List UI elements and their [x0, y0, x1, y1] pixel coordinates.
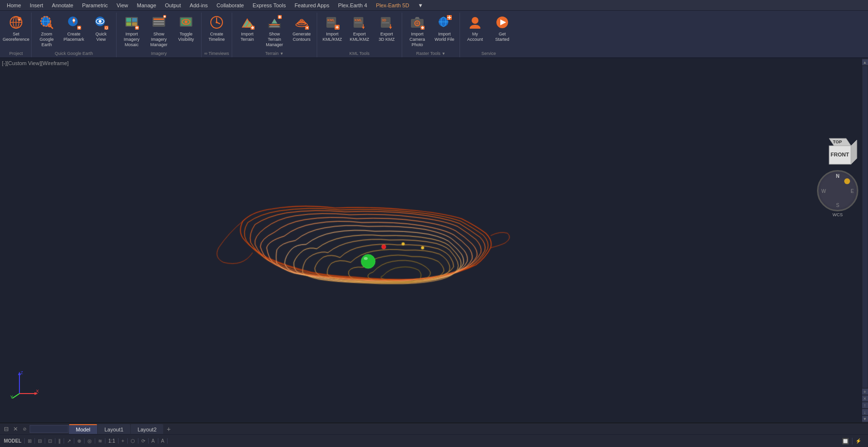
- right-scrollbar[interactable]: ▲ + × ↑ ↓ ▼: [861, 58, 868, 423]
- snap-settings-btn[interactable]: ⊟: [38, 438, 45, 444]
- viewport: [-][Custom View][Wireframe]: [0, 58, 868, 423]
- menu-featured-apps[interactable]: Featured Apps: [290, 1, 333, 9]
- polar-btn[interactable]: ↗: [67, 438, 74, 444]
- ribbon-group-quick-google-earth: Zoom Google Earth Create Placemark: [32, 13, 117, 57]
- tab-layout2[interactable]: Layout2: [131, 424, 163, 434]
- tab-model[interactable]: Model: [69, 424, 97, 434]
- group-service-label: Service: [462, 50, 515, 57]
- set-georeference-button[interactable]: + Set Georeference: [3, 13, 29, 46]
- create-placemark-button[interactable]: Create Placemark: [61, 13, 87, 46]
- text2-btn[interactable]: A: [161, 438, 168, 444]
- show-imagery-manager-button[interactable]: Show Imagery Manager: [146, 13, 172, 48]
- get-started-button[interactable]: Get Started: [489, 13, 515, 46]
- svg-marker-103: [851, 140, 857, 164]
- viewport-controls[interactable]: 🔲: [842, 438, 852, 445]
- menu-output[interactable]: Output: [161, 1, 185, 9]
- scroll-step4[interactable]: ↓: [862, 409, 868, 415]
- menu-annotate[interactable]: Annotate: [48, 1, 77, 9]
- menu-manage[interactable]: Manage: [133, 1, 160, 9]
- compass-ring[interactable]: N S E W: [817, 170, 858, 211]
- viewport-label: [-][Custom View][Wireframe]: [2, 60, 68, 66]
- import-camera-photo-button[interactable]: Import Camera Photo: [404, 13, 430, 48]
- toggle-visibility-button[interactable]: Toggle Visibility: [173, 13, 199, 46]
- svg-rect-25: [126, 22, 131, 26]
- menu-collaborate[interactable]: Collaborate: [213, 1, 248, 9]
- otrack-btn[interactable]: ◎: [87, 438, 95, 444]
- menu-more[interactable]: ▼: [414, 1, 427, 9]
- scroll-step1[interactable]: +: [862, 389, 868, 395]
- menu-insert[interactable]: Insert: [26, 1, 47, 9]
- ribbon-group-terrain: Import Terrain Show: [232, 13, 317, 57]
- show-terrain-manager-button[interactable]: Show Terrain Manager: [261, 13, 288, 48]
- camera-photo-icon: [409, 15, 425, 30]
- svg-text:KML: KML: [355, 18, 362, 22]
- import-imagery-mosaic-button[interactable]: Import Imagery Mosaic: [119, 13, 145, 48]
- scroll-down[interactable]: ▼: [862, 416, 868, 422]
- import-terrain-button[interactable]: Import Terrain: [234, 13, 260, 46]
- snap-toggle-btn[interactable]: ⊡: [48, 438, 55, 444]
- export-kml-kmz-button[interactable]: KML Export KML/KMZ: [346, 13, 373, 46]
- refresh-btn[interactable]: ⟳: [141, 438, 149, 444]
- scroll-step3[interactable]: ↑: [862, 402, 868, 408]
- zoom-google-earth-label: Zoom Google Earth: [34, 32, 59, 47]
- lineweight-btn[interactable]: ≋: [98, 438, 105, 444]
- tab-layout1-label: Layout1: [104, 427, 123, 432]
- group-project-label: Project: [3, 50, 29, 57]
- hardware-accel[interactable]: ⚡: [855, 438, 864, 444]
- svg-text:+: +: [18, 18, 20, 21]
- zoom-extent-btn[interactable]: +: [121, 438, 128, 444]
- import-world-file-button[interactable]: Import World File: [431, 13, 458, 46]
- svg-point-44: [216, 21, 218, 23]
- axis-indicator: Z X Y: [10, 369, 39, 398]
- export-3d-kmz-button[interactable]: 3D Export 3D KMZ: [374, 13, 400, 46]
- import-kml-kmz-button[interactable]: KML Import KML/KMZ: [319, 13, 345, 46]
- menu-parametric[interactable]: Parametric: [78, 1, 112, 9]
- menu-addins[interactable]: Add-ins: [186, 1, 212, 9]
- georeference-icon: +: [8, 15, 24, 30]
- terrain-manager-label: Show Terrain Manager: [262, 32, 287, 47]
- add-tab-button[interactable]: +: [164, 424, 173, 434]
- menu-plexearth4[interactable]: Plex.Earth 4: [334, 1, 371, 9]
- my-account-button[interactable]: My Account: [462, 13, 488, 46]
- svg-text:KML: KML: [327, 18, 335, 22]
- zoom-google-earth-button[interactable]: Zoom Google Earth: [34, 13, 60, 48]
- generate-contours-button[interactable]: ✦ Generate Contours: [289, 13, 315, 46]
- command-input[interactable]: [30, 425, 68, 433]
- menu-view[interactable]: View: [113, 1, 132, 9]
- osnap-btn[interactable]: ⊕: [77, 438, 85, 444]
- svg-rect-31: [153, 18, 164, 20]
- tab-layout1[interactable]: Layout1: [98, 424, 130, 434]
- get-started-label: Get Started: [495, 32, 509, 42]
- scroll-step2[interactable]: ×: [862, 395, 868, 401]
- svg-point-40: [185, 20, 187, 23]
- svg-point-96: [382, 245, 386, 249]
- settings-icon[interactable]: ✕: [11, 425, 20, 433]
- snap-icon[interactable]: ⊘: [20, 425, 29, 433]
- create-placemark-label: Create Placemark: [64, 32, 85, 42]
- text1-btn[interactable]: A: [152, 438, 158, 444]
- quick-view-button[interactable]: Q Quick View: [88, 13, 114, 46]
- menu-home[interactable]: Home: [3, 1, 25, 9]
- compass-indicator: [844, 178, 850, 184]
- svg-point-19: [99, 20, 102, 23]
- layout-icon[interactable]: ⊟: [2, 425, 11, 433]
- menu-plexearth5d[interactable]: Plex-Earth 5D: [372, 1, 413, 9]
- ortho-btn[interactable]: ∥: [58, 438, 64, 444]
- svg-rect-93: [0, 58, 146, 131]
- navcube[interactable]: TOP FRONT N S E W WCS: [817, 136, 858, 194]
- tab-layout2-label: Layout2: [137, 427, 156, 432]
- svg-text:✦: ✦: [306, 26, 309, 30]
- svg-line-110: [12, 394, 19, 398]
- menu-express-tools[interactable]: Express Tools: [249, 1, 289, 9]
- imagery-manager-icon: [151, 15, 167, 30]
- create-timeline-button[interactable]: Create Timeline: [204, 13, 230, 46]
- compass-west: W: [821, 188, 826, 193]
- create-timeline-label: Create Timeline: [208, 32, 225, 42]
- compass-east: E: [851, 188, 854, 193]
- ribbon-group-project: + Set Georeference Project: [1, 13, 32, 57]
- imagery-manager-label: Show Imagery Manager: [147, 32, 171, 47]
- svg-text:X: X: [36, 389, 39, 394]
- workspace-btn[interactable]: ⬡: [131, 438, 138, 444]
- snap-grid-btn[interactable]: ⊞: [28, 438, 35, 444]
- scroll-up[interactable]: ▲: [862, 59, 868, 65]
